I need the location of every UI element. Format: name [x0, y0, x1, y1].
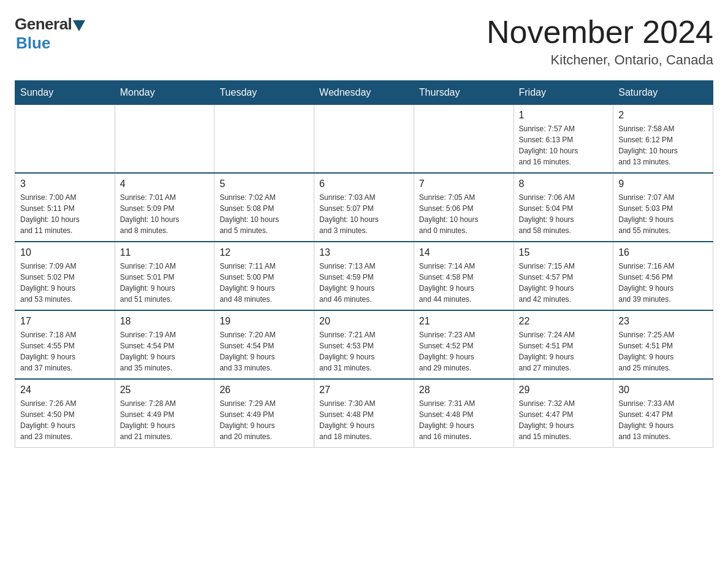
- day-number: 29: [519, 385, 609, 396]
- table-row: 22Sunrise: 7:24 AM Sunset: 4:51 PM Dayli…: [514, 310, 613, 379]
- logo: General Blue: [15, 15, 85, 53]
- day-info: Sunrise: 7:18 AM Sunset: 4:55 PM Dayligh…: [20, 329, 110, 373]
- day-number: 27: [319, 385, 409, 396]
- day-number: 9: [618, 178, 708, 190]
- day-info: Sunrise: 7:30 AM Sunset: 4:48 PM Dayligh…: [319, 398, 409, 442]
- table-row: 4Sunrise: 7:01 AM Sunset: 5:09 PM Daylig…: [115, 173, 214, 242]
- day-number: 14: [419, 247, 509, 258]
- header-row: Sunday Monday Tuesday Wednesday Thursday…: [15, 81, 713, 105]
- table-row: [214, 105, 314, 174]
- day-info: Sunrise: 7:09 AM Sunset: 5:02 PM Dayligh…: [20, 261, 110, 305]
- day-info: Sunrise: 7:05 AM Sunset: 5:06 PM Dayligh…: [419, 192, 509, 236]
- day-info: Sunrise: 7:28 AM Sunset: 4:49 PM Dayligh…: [120, 398, 210, 442]
- table-row: 14Sunrise: 7:14 AM Sunset: 4:58 PM Dayli…: [414, 242, 514, 310]
- day-info: Sunrise: 7:26 AM Sunset: 4:50 PM Dayligh…: [20, 398, 110, 442]
- day-info: Sunrise: 7:32 AM Sunset: 4:47 PM Dayligh…: [519, 398, 609, 442]
- day-number: 25: [120, 385, 210, 396]
- header-sunday: Sunday: [15, 81, 115, 105]
- day-number: 7: [419, 178, 509, 190]
- day-info: Sunrise: 7:25 AM Sunset: 4:51 PM Dayligh…: [618, 329, 708, 373]
- day-info: Sunrise: 7:13 AM Sunset: 4:59 PM Dayligh…: [319, 261, 409, 305]
- table-row: 12Sunrise: 7:11 AM Sunset: 5:00 PM Dayli…: [214, 242, 314, 310]
- table-row: 16Sunrise: 7:16 AM Sunset: 4:56 PM Dayli…: [613, 242, 713, 310]
- calendar-week-row: 10Sunrise: 7:09 AM Sunset: 5:02 PM Dayli…: [15, 242, 713, 310]
- day-info: Sunrise: 7:15 AM Sunset: 4:57 PM Dayligh…: [519, 261, 609, 305]
- table-row: 20Sunrise: 7:21 AM Sunset: 4:53 PM Dayli…: [314, 310, 414, 379]
- day-info: Sunrise: 7:31 AM Sunset: 4:48 PM Dayligh…: [419, 398, 509, 442]
- day-number: 5: [219, 178, 309, 190]
- day-info: Sunrise: 7:58 AM Sunset: 6:12 PM Dayligh…: [618, 123, 708, 167]
- day-info: Sunrise: 7:06 AM Sunset: 5:04 PM Dayligh…: [519, 192, 609, 236]
- day-info: Sunrise: 7:14 AM Sunset: 4:58 PM Dayligh…: [419, 261, 509, 305]
- day-number: 30: [618, 385, 708, 396]
- table-row: 29Sunrise: 7:32 AM Sunset: 4:47 PM Dayli…: [514, 379, 613, 448]
- header-saturday: Saturday: [613, 81, 713, 105]
- header-thursday: Thursday: [414, 81, 514, 105]
- day-number: 16: [618, 247, 708, 258]
- day-number: 26: [219, 385, 309, 396]
- day-info: Sunrise: 7:57 AM Sunset: 6:13 PM Dayligh…: [519, 123, 609, 167]
- logo-blue-text: Blue: [16, 34, 50, 53]
- table-row: 13Sunrise: 7:13 AM Sunset: 4:59 PM Dayli…: [314, 242, 414, 310]
- day-info: Sunrise: 7:20 AM Sunset: 4:54 PM Dayligh…: [219, 329, 309, 373]
- table-row: 30Sunrise: 7:33 AM Sunset: 4:47 PM Dayli…: [613, 379, 713, 448]
- day-number: 3: [20, 178, 110, 190]
- day-number: 1: [519, 110, 609, 121]
- day-info: Sunrise: 7:23 AM Sunset: 4:52 PM Dayligh…: [419, 329, 509, 373]
- day-info: Sunrise: 7:03 AM Sunset: 5:07 PM Dayligh…: [319, 192, 409, 236]
- table-row: 11Sunrise: 7:10 AM Sunset: 5:01 PM Dayli…: [115, 242, 214, 310]
- day-number: 10: [20, 247, 110, 258]
- day-number: 17: [20, 316, 110, 327]
- day-info: Sunrise: 7:19 AM Sunset: 4:54 PM Dayligh…: [120, 329, 210, 373]
- table-row: 3Sunrise: 7:00 AM Sunset: 5:11 PM Daylig…: [15, 173, 115, 242]
- table-row: [314, 105, 414, 174]
- day-info: Sunrise: 7:07 AM Sunset: 5:03 PM Dayligh…: [618, 192, 708, 236]
- day-info: Sunrise: 7:24 AM Sunset: 4:51 PM Dayligh…: [519, 329, 609, 373]
- header-friday: Friday: [514, 81, 613, 105]
- table-row: 8Sunrise: 7:06 AM Sunset: 5:04 PM Daylig…: [514, 173, 613, 242]
- logo-general-text: General: [15, 15, 72, 34]
- header-tuesday: Tuesday: [214, 81, 314, 105]
- day-info: Sunrise: 7:33 AM Sunset: 4:47 PM Dayligh…: [618, 398, 708, 442]
- table-row: 5Sunrise: 7:02 AM Sunset: 5:08 PM Daylig…: [214, 173, 314, 242]
- day-number: 11: [120, 247, 210, 258]
- day-info: Sunrise: 7:01 AM Sunset: 5:09 PM Dayligh…: [120, 192, 210, 236]
- table-row: 10Sunrise: 7:09 AM Sunset: 5:02 PM Dayli…: [15, 242, 115, 310]
- table-row: [414, 105, 514, 174]
- calendar-week-row: 3Sunrise: 7:00 AM Sunset: 5:11 PM Daylig…: [15, 173, 713, 242]
- table-row: [15, 105, 115, 174]
- day-number: 18: [120, 316, 210, 327]
- day-number: 21: [419, 316, 509, 327]
- table-row: 26Sunrise: 7:29 AM Sunset: 4:49 PM Dayli…: [214, 379, 314, 448]
- table-row: 23Sunrise: 7:25 AM Sunset: 4:51 PM Dayli…: [613, 310, 713, 379]
- calendar-title: November 2024: [487, 15, 713, 50]
- day-info: Sunrise: 7:02 AM Sunset: 5:08 PM Dayligh…: [219, 192, 309, 236]
- day-number: 23: [618, 316, 708, 327]
- day-number: 28: [419, 385, 509, 396]
- day-info: Sunrise: 7:29 AM Sunset: 4:49 PM Dayligh…: [219, 398, 309, 442]
- page-header: General Blue November 2024 Kitchener, On…: [15, 15, 713, 68]
- table-row: 7Sunrise: 7:05 AM Sunset: 5:06 PM Daylig…: [414, 173, 514, 242]
- table-row: 1Sunrise: 7:57 AM Sunset: 6:13 PM Daylig…: [514, 105, 613, 174]
- day-info: Sunrise: 7:00 AM Sunset: 5:11 PM Dayligh…: [20, 192, 110, 236]
- day-number: 12: [219, 247, 309, 258]
- logo-triangle-icon: [73, 20, 85, 31]
- table-row: 15Sunrise: 7:15 AM Sunset: 4:57 PM Dayli…: [514, 242, 613, 310]
- day-number: 6: [319, 178, 409, 190]
- table-row: 27Sunrise: 7:30 AM Sunset: 4:48 PM Dayli…: [314, 379, 414, 448]
- calendar-table: Sunday Monday Tuesday Wednesday Thursday…: [15, 80, 713, 448]
- calendar-week-row: 17Sunrise: 7:18 AM Sunset: 4:55 PM Dayli…: [15, 310, 713, 379]
- table-row: 17Sunrise: 7:18 AM Sunset: 4:55 PM Dayli…: [15, 310, 115, 379]
- table-row: 18Sunrise: 7:19 AM Sunset: 4:54 PM Dayli…: [115, 310, 214, 379]
- table-row: 24Sunrise: 7:26 AM Sunset: 4:50 PM Dayli…: [15, 379, 115, 448]
- day-number: 15: [519, 247, 609, 258]
- calendar-week-row: 24Sunrise: 7:26 AM Sunset: 4:50 PM Dayli…: [15, 379, 713, 448]
- day-number: 20: [319, 316, 409, 327]
- calendar-subtitle: Kitchener, Ontario, Canada: [487, 52, 713, 68]
- table-row: 6Sunrise: 7:03 AM Sunset: 5:07 PM Daylig…: [314, 173, 414, 242]
- day-number: 24: [20, 385, 110, 396]
- calendar-week-row: 1Sunrise: 7:57 AM Sunset: 6:13 PM Daylig…: [15, 105, 713, 174]
- day-number: 8: [519, 178, 609, 190]
- day-number: 2: [618, 110, 708, 121]
- day-info: Sunrise: 7:11 AM Sunset: 5:00 PM Dayligh…: [219, 261, 309, 305]
